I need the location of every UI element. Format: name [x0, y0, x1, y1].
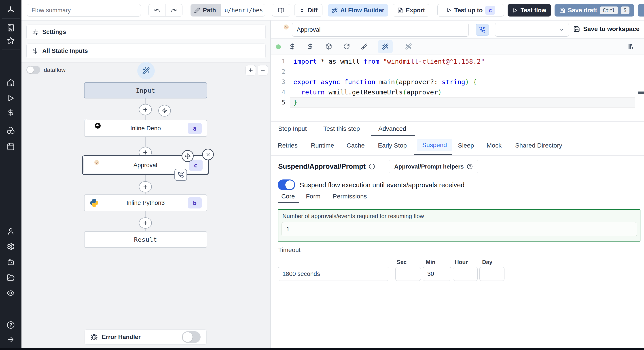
innertab-form[interactable]: Form	[306, 193, 320, 200]
subtab-shared-directory[interactable]: Shared Directory	[515, 142, 562, 149]
code-line[interactable]: return wmill.getResumeUrls(approver)	[294, 87, 442, 97]
error-handler-toggle[interactable]	[182, 331, 200, 343]
move-node-handle[interactable]	[182, 150, 194, 162]
save-to-workspace-button[interactable]: Save to workspace	[573, 25, 640, 33]
undo-button[interactable]	[149, 4, 166, 16]
code-line[interactable]: export async function main(approver?: st…	[294, 77, 477, 87]
add-step-button[interactable]	[139, 104, 152, 115]
error-handler-card[interactable]: Error Handler	[84, 330, 206, 345]
export-label: Export	[406, 7, 425, 14]
ai-disabled-button[interactable]	[405, 43, 412, 50]
subtab-retries[interactable]: Retries	[278, 142, 298, 149]
deno-icon	[95, 123, 100, 129]
step-name-input[interactable]	[292, 23, 469, 37]
tab-test-this-step[interactable]: Test this step	[323, 125, 360, 132]
flow-editor-panel: Settings All Static Inputs dataflow Inpu…	[22, 20, 270, 349]
delete-node-button[interactable]	[202, 149, 214, 160]
audit-eye-icon[interactable]	[7, 289, 15, 297]
subtab-sleep[interactable]: Sleep	[458, 142, 474, 149]
min-input[interactable]	[422, 267, 451, 281]
reload-button[interactable]	[343, 43, 350, 50]
day-input[interactable]	[480, 267, 504, 281]
baby-face-emoji	[94, 159, 100, 165]
diff-button[interactable]: Diff	[294, 4, 322, 16]
subtab-early-stop[interactable]: Early Stop	[378, 142, 407, 149]
path-value[interactable]: u/henri/bes	[221, 7, 265, 14]
zoom-in-button[interactable]	[246, 65, 256, 75]
workers-icon[interactable]	[7, 258, 15, 266]
redo-button[interactable]	[166, 4, 182, 16]
code-editor[interactable]: 1import * as wmill from "windmill-client…	[271, 54, 644, 121]
help-icon[interactable]	[7, 321, 15, 329]
runs-icon[interactable]	[7, 94, 15, 102]
workspace-icon[interactable]	[7, 24, 15, 32]
flow-node-approval-selected[interactable]: Approval c	[82, 155, 209, 175]
docs-button[interactable]	[272, 4, 290, 16]
package-button[interactable]	[325, 43, 332, 50]
innertab-core-active[interactable]: Core	[281, 193, 295, 200]
day-input-wrap	[480, 267, 504, 281]
dataflow-toggle[interactable]	[26, 66, 40, 74]
test-flow-button[interactable]: Test flow	[508, 4, 551, 16]
approvals-label: Number of approvals/events required for …	[282, 213, 424, 220]
suspend-toggle-on[interactable]	[278, 179, 295, 190]
flow-settings-button[interactable]: Settings	[26, 24, 266, 39]
subtab-cache[interactable]: Cache	[346, 142, 365, 149]
windmill-logo-icon[interactable]	[7, 6, 15, 14]
book-open-icon	[278, 7, 284, 13]
flow-node-input[interactable]: Input	[84, 82, 207, 98]
editor-toolbar	[271, 38, 644, 54]
user-icon[interactable]	[7, 227, 15, 235]
save-draft-button[interactable]: Save draft Ctrl S	[554, 4, 634, 16]
step-name: Inline Deno	[130, 125, 161, 132]
editor-scroll-mark[interactable]	[638, 92, 644, 94]
timeout-summary-wrap	[278, 267, 389, 281]
all-static-inputs-button[interactable]: All Static Inputs	[26, 43, 266, 58]
ai-flow-builder-button[interactable]: AI Flow Builder	[328, 4, 388, 16]
export-button[interactable]: Export	[393, 4, 429, 16]
test-up-to-button[interactable]: Test up to c	[438, 4, 504, 16]
tab-step-input[interactable]: Step Input	[278, 125, 307, 132]
subtab-suspend-active[interactable]: Suspend	[417, 139, 452, 151]
flow-node-inline-deno[interactable]: Inline Deno a	[84, 120, 207, 137]
flow-node-inline-python[interactable]: Inline Python3 b	[84, 194, 207, 211]
favorites-star-icon[interactable]	[7, 37, 15, 45]
hour-input[interactable]	[453, 267, 478, 281]
sec-input[interactable]	[395, 267, 421, 281]
flow-node-result[interactable]: Result	[84, 231, 207, 248]
settings-gear-icon[interactable]	[7, 242, 15, 250]
approval-prompt-helpers-button[interactable]: Approval/Prompt helpers	[389, 160, 478, 173]
schedules-icon[interactable]	[7, 142, 15, 151]
suspend-phone-toggle-button[interactable]	[476, 24, 489, 36]
info-icon[interactable]	[369, 164, 375, 170]
format-brush-button[interactable]	[361, 43, 368, 50]
tab-advanced-active[interactable]: Advanced	[378, 125, 406, 132]
folders-icon[interactable]	[7, 274, 15, 282]
ai-assistant-button-active[interactable]	[378, 40, 393, 53]
library-button[interactable]	[627, 43, 634, 50]
graph-ai-button[interactable]	[137, 62, 155, 79]
resources-icon[interactable]	[7, 126, 15, 134]
expand-rail-icon[interactable]	[7, 336, 15, 344]
add-step-button[interactable]	[139, 181, 152, 192]
flow-summary-input[interactable]	[27, 4, 141, 16]
approvals-required-box: Number of approvals/events required for …	[278, 209, 640, 241]
subtab-runtime[interactable]: Runtime	[311, 142, 334, 149]
code-line[interactable]: import * as wmill from "windmill-client@…	[294, 56, 485, 66]
path-button[interactable]: Path	[190, 4, 221, 16]
approvals-count-input[interactable]	[282, 222, 637, 236]
trigger-zap-button[interactable]	[158, 105, 171, 117]
add-step-button[interactable]	[139, 217, 152, 229]
add-variable-button[interactable]	[289, 43, 296, 50]
step-detail-panel: Save to workspace 1import * as wmill fro…	[271, 20, 644, 349]
variables-icon[interactable]	[7, 109, 15, 117]
innertab-permissions[interactable]: Permissions	[333, 193, 367, 200]
version-select[interactable]	[495, 23, 569, 37]
subtab-mock[interactable]: Mock	[486, 142, 502, 149]
add-resource-button[interactable]	[307, 43, 314, 50]
code-line[interactable]: }	[294, 97, 297, 108]
home-icon[interactable]	[7, 79, 15, 87]
deploy-button-partial[interactable]	[638, 4, 644, 16]
timeout-summary-input[interactable]	[278, 267, 389, 281]
zoom-out-button[interactable]	[258, 65, 268, 75]
